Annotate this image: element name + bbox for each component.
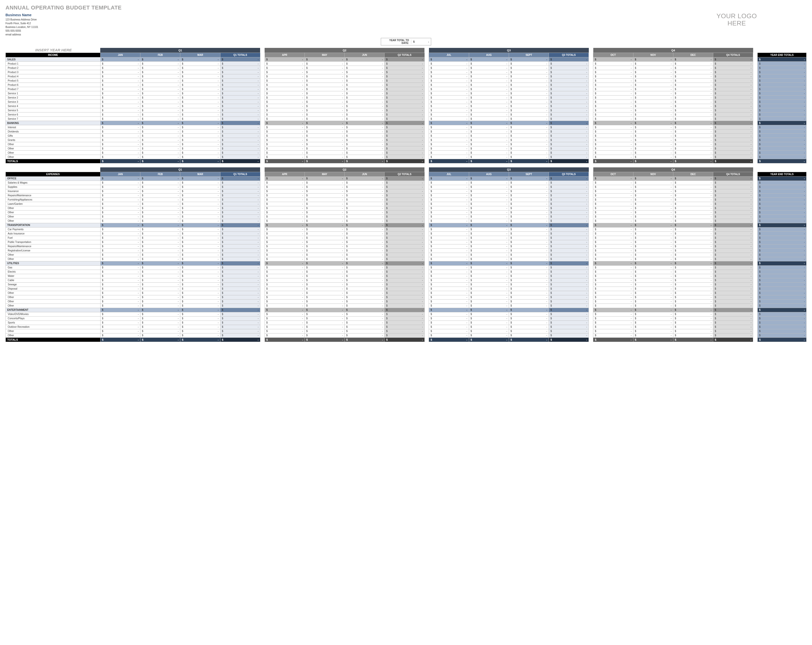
data-row[interactable]: Service 6$-$-$-$-$-$-$-$-$-$-$-$-$-$-$-$…: [6, 113, 806, 117]
data-row[interactable]: Salaries & Wages$-$-$-$-$-$-$-$-$-$-$-$-…: [6, 180, 806, 185]
data-row[interactable]: Grants$-$-$-$-$-$-$-$-$-$-$-$-$-$-$-$-$-: [6, 138, 806, 142]
data-row[interactable]: Other$-$-$-$-$-$-$-$-$-$-$-$-$-$-$-$-$-: [6, 206, 806, 210]
data-row[interactable]: Disposal$-$-$-$-$-$-$-$-$-$-$-$-$-$-$-$-…: [6, 287, 806, 291]
data-row[interactable]: Insurance$-$-$-$-$-$-$-$-$-$-$-$-$-$-$-$…: [6, 189, 806, 193]
data-row[interactable]: Other$-$-$-$-$-$-$-$-$-$-$-$-$-$-$-$-$-: [6, 333, 806, 338]
data-row[interactable]: Other$-$-$-$-$-$-$-$-$-$-$-$-$-$-$-$-$-: [6, 299, 806, 304]
data-row[interactable]: Product 4$-$-$-$-$-$-$-$-$-$-$-$-$-$-$-$…: [6, 74, 806, 79]
data-row[interactable]: Electric$-$-$-$-$-$-$-$-$-$-$-$-$-$-$-$-…: [6, 270, 806, 274]
data-row[interactable]: Other$-$-$-$-$-$-$-$-$-$-$-$-$-$-$-$-$-: [6, 329, 806, 333]
data-row[interactable]: Concerts/Plays$-$-$-$-$-$-$-$-$-$-$-$-$-…: [6, 316, 806, 321]
section-header-row: BANKING$-$-$-$-$-$-$-$-$-$-$-$-$-$-$-$-$…: [6, 121, 806, 125]
business-name: Business Name: [6, 12, 38, 18]
month-header-row: EXPENSESJANFEBMARQ1 TOTALSAPRMAYJUNQ2 TO…: [6, 172, 806, 176]
section-header-row: SALES$-$-$-$-$-$-$-$-$-$-$-$-$-$-$-$-$-: [6, 57, 806, 62]
data-row[interactable]: Other$-$-$-$-$-$-$-$-$-$-$-$-$-$-$-$-$-: [6, 253, 806, 257]
page-title: ANNUAL OPERATING BUDGET TEMPLATE: [6, 5, 806, 11]
data-row[interactable]: Car Payments$-$-$-$-$-$-$-$-$-$-$-$-$-$-…: [6, 227, 806, 231]
data-row[interactable]: Service 7$-$-$-$-$-$-$-$-$-$-$-$-$-$-$-$…: [6, 117, 806, 121]
data-row[interactable]: Cable$-$-$-$-$-$-$-$-$-$-$-$-$-$-$-$-$-: [6, 278, 806, 282]
section-header-row: UTILITIES$-$-$-$-$-$-$-$-$-$-$-$-$-$-$-$…: [6, 261, 806, 265]
data-row[interactable]: Other$-$-$-$-$-$-$-$-$-$-$-$-$-$-$-$-$-: [6, 214, 806, 219]
quarter-header-row: Q1Q2Q3Q4: [6, 167, 806, 172]
data-row[interactable]: Water$-$-$-$-$-$-$-$-$-$-$-$-$-$-$-$-$-: [6, 274, 806, 278]
data-row[interactable]: Product 2$-$-$-$-$-$-$-$-$-$-$-$-$-$-$-$…: [6, 66, 806, 70]
data-row[interactable]: Repairs/Maintenance$-$-$-$-$-$-$-$-$-$-$…: [6, 244, 806, 248]
data-row[interactable]: Public Transportation$-$-$-$-$-$-$-$-$-$…: [6, 240, 806, 244]
data-row[interactable]: Other$-$-$-$-$-$-$-$-$-$-$-$-$-$-$-$-$-: [6, 219, 806, 223]
data-row[interactable]: Product 1$-$-$-$-$-$-$-$-$-$-$-$-$-$-$-$…: [6, 62, 806, 66]
data-row[interactable]: Other$-$-$-$-$-$-$-$-$-$-$-$-$-$-$-$-$-: [6, 142, 806, 147]
address-line-1: 123 Business Address Drive: [6, 18, 38, 21]
section-header-row: OFFICE$-$-$-$-$-$-$-$-$-$-$-$-$-$-$-$-$-: [6, 176, 806, 180]
totals-row: TOTALS$-$-$-$-$-$-$-$-$-$-$-$-$-$-$-$-$-: [6, 338, 806, 342]
data-row[interactable]: Other$-$-$-$-$-$-$-$-$-$-$-$-$-$-$-$-$-: [6, 304, 806, 308]
business-info: Business Name 123 Business Address Drive…: [6, 12, 38, 37]
email: email address: [6, 33, 38, 37]
insert-year[interactable]: INSERT YEAR HERE: [34, 48, 72, 52]
data-row[interactable]: Product 5$-$-$-$-$-$-$-$-$-$-$-$-$-$-$-$…: [6, 79, 806, 83]
phone: 555-555-5555: [6, 29, 38, 33]
address-line-3: Business Location, NY 11101: [6, 25, 38, 29]
data-row[interactable]: Other$-$-$-$-$-$-$-$-$-$-$-$-$-$-$-$-$-: [6, 295, 806, 299]
logo-placeholder: YOUR LOGO HERE: [667, 12, 806, 27]
section-header-row: TRANSPORTATION$-$-$-$-$-$-$-$-$-$-$-$-$-…: [6, 223, 806, 227]
data-row[interactable]: Lawn/Garden$-$-$-$-$-$-$-$-$-$-$-$-$-$-$…: [6, 202, 806, 206]
data-row[interactable]: Furnishing/Appliances$-$-$-$-$-$-$-$-$-$…: [6, 197, 806, 202]
data-row[interactable]: Dividends$-$-$-$-$-$-$-$-$-$-$-$-$-$-$-$…: [6, 130, 806, 134]
data-row[interactable]: Supplies$-$-$-$-$-$-$-$-$-$-$-$-$-$-$-$-…: [6, 185, 806, 189]
data-row[interactable]: Other$-$-$-$-$-$-$-$-$-$-$-$-$-$-$-$-$-: [6, 151, 806, 155]
data-row[interactable]: Sewage$-$-$-$-$-$-$-$-$-$-$-$-$-$-$-$-$-: [6, 282, 806, 287]
data-row[interactable]: Other$-$-$-$-$-$-$-$-$-$-$-$-$-$-$-$-$-: [6, 291, 806, 295]
budget-table: Q1Q2Q3Q4EXPENSESJANFEBMARQ1 TOTALSAPRMAY…: [6, 167, 806, 342]
data-row[interactable]: Other$-$-$-$-$-$-$-$-$-$-$-$-$-$-$-$-$-: [6, 147, 806, 151]
data-row[interactable]: Other$-$-$-$-$-$-$-$-$-$-$-$-$-$-$-$-$-: [6, 210, 806, 214]
data-row[interactable]: Sports$-$-$-$-$-$-$-$-$-$-$-$-$-$-$-$-$-: [6, 321, 806, 325]
data-row[interactable]: Service 4$-$-$-$-$-$-$-$-$-$-$-$-$-$-$-$…: [6, 104, 806, 108]
data-row[interactable]: Fuel$-$-$-$-$-$-$-$-$-$-$-$-$-$-$-$-$-: [6, 236, 806, 240]
data-row[interactable]: Video/DVD/Movies$-$-$-$-$-$-$-$-$-$-$-$-…: [6, 312, 806, 316]
totals-row: TOTALS$-$-$-$-$-$-$-$-$-$-$-$-$-$-$-$-$-: [6, 159, 806, 164]
data-row[interactable]: Outdoor Recreation$-$-$-$-$-$-$-$-$-$-$-…: [6, 325, 806, 329]
address-line-2: Fourth Floor, Suite 412: [6, 21, 38, 25]
data-row[interactable]: Product 6$-$-$-$-$-$-$-$-$-$-$-$-$-$-$-$…: [6, 83, 806, 87]
data-row[interactable]: Product 3$-$-$-$-$-$-$-$-$-$-$-$-$-$-$-$…: [6, 70, 806, 74]
data-row[interactable]: Other$-$-$-$-$-$-$-$-$-$-$-$-$-$-$-$-$-: [6, 257, 806, 261]
data-row[interactable]: Interest$-$-$-$-$-$-$-$-$-$-$-$-$-$-$-$-…: [6, 125, 806, 130]
data-row[interactable]: Other$-$-$-$-$-$-$-$-$-$-$-$-$-$-$-$-$-: [6, 155, 806, 159]
data-row[interactable]: Service 3$-$-$-$-$-$-$-$-$-$-$-$-$-$-$-$…: [6, 100, 806, 104]
data-row[interactable]: Service 5$-$-$-$-$-$-$-$-$-$-$-$-$-$-$-$…: [6, 108, 806, 113]
year-total-to-date: YEAR TOTAL TO DATE: $-: [381, 38, 431, 45]
data-row[interactable]: Service 1$-$-$-$-$-$-$-$-$-$-$-$-$-$-$-$…: [6, 91, 806, 96]
data-row[interactable]: Service 2$-$-$-$-$-$-$-$-$-$-$-$-$-$-$-$…: [6, 96, 806, 100]
month-header-row: INCOMEJANFEBMARQ1 TOTALSAPRMAYJUNQ2 TOTA…: [6, 53, 806, 57]
data-row[interactable]: Registration/License$-$-$-$-$-$-$-$-$-$-…: [6, 248, 806, 253]
data-row[interactable]: Gas$-$-$-$-$-$-$-$-$-$-$-$-$-$-$-$-$-: [6, 265, 806, 270]
data-row[interactable]: Gifts$-$-$-$-$-$-$-$-$-$-$-$-$-$-$-$-$-: [6, 134, 806, 138]
data-row[interactable]: Auto Insurance$-$-$-$-$-$-$-$-$-$-$-$-$-…: [6, 231, 806, 236]
data-row[interactable]: Product 7$-$-$-$-$-$-$-$-$-$-$-$-$-$-$-$…: [6, 87, 806, 91]
section-header-row: ENTERTAINMENT$-$-$-$-$-$-$-$-$-$-$-$-$-$…: [6, 308, 806, 312]
data-row[interactable]: Repairs/Maintenance$-$-$-$-$-$-$-$-$-$-$…: [6, 193, 806, 197]
budget-table: INSERT YEAR HEREQ1Q2Q3Q4INCOMEJANFEBMARQ…: [6, 48, 806, 164]
quarter-header-row: INSERT YEAR HEREQ1Q2Q3Q4: [6, 48, 806, 53]
